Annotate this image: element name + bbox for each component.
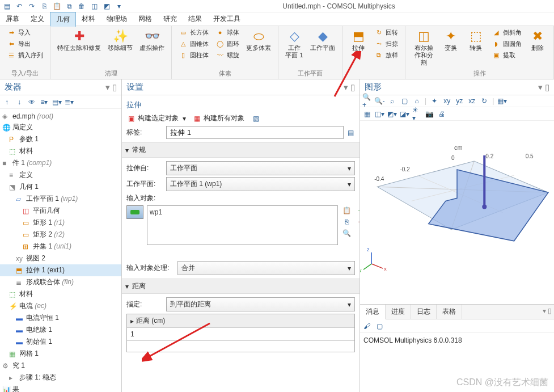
tree-node[interactable]: ▬电流守恒 1 (0, 312, 121, 324)
tab-screen[interactable]: 屏幕 (0, 12, 25, 26)
tree-node[interactable]: xy视图 2 (0, 252, 121, 264)
insert-seq-button[interactable]: ☰插入序列 (5, 50, 45, 60)
tb-eye-icon[interactable]: 👁 (27, 98, 36, 107)
tree-node[interactable]: ▭矩形 1 (r1) (0, 217, 121, 229)
duplicate-icon[interactable]: ⧉ (65, 2, 74, 11)
cone-button[interactable]: △圆锥体 (176, 39, 211, 49)
tree-node[interactable]: ⬔几何 1 (0, 181, 121, 193)
tb-down-icon[interactable]: ↓ (15, 98, 24, 107)
tab-table[interactable]: 表格 (437, 305, 462, 319)
more-icon[interactable]: ▾ (115, 2, 124, 11)
extrude-button[interactable]: ⬒拉伸 (347, 27, 370, 53)
tree-node[interactable]: ⚙究 1 (0, 360, 121, 372)
list-item[interactable]: wp1 (150, 208, 162, 216)
settings-dropdown-icon[interactable]: ▾ ▯ (344, 82, 355, 92)
tb-col-icon[interactable]: ▤▾ (52, 98, 61, 107)
tree-node[interactable]: 📊果 (0, 383, 121, 392)
camera-icon[interactable]: 📷 (425, 109, 434, 119)
tb-up-icon[interactable]: ↑ (2, 98, 11, 107)
graphics-canvas[interactable]: cm -0.4 -0.2 0 0.2 0.5 x (360, 121, 554, 304)
empty-cell[interactable] (127, 340, 354, 352)
virtual-op-button[interactable]: 👓虚拟操作 (137, 27, 167, 53)
defeature-button[interactable]: ✚特征去除和修复 (55, 27, 103, 53)
add-icon[interactable]: + (356, 206, 360, 215)
build-selected-icon[interactable]: ▣ (126, 114, 136, 123)
tree-node[interactable]: ⬚材料 (0, 288, 121, 300)
from-select[interactable]: 工作平面▾ (166, 161, 355, 175)
undo-icon[interactable]: ↶ (15, 2, 24, 11)
grid-icon[interactable]: ▦ (362, 109, 371, 119)
hide-icon[interactable]: ◪▾ (400, 109, 409, 119)
convert-button[interactable]: ⬚转换 (464, 27, 487, 53)
sweep-button[interactable]: ⤳扫掠 (372, 39, 400, 49)
remove-detail-button[interactable]: ✨移除细节 (105, 27, 135, 53)
tree-node[interactable]: ⬚材料 (0, 145, 121, 157)
panel-dropdown-icon[interactable]: ▾ ▯ (105, 82, 117, 92)
zoom-icon[interactable]: 🔍 (342, 229, 351, 238)
build-selected-button[interactable]: 构建选定对象 (138, 113, 179, 123)
tab-mesh[interactable]: 网格 (133, 12, 158, 26)
tree-node[interactable]: ◈ed.mph (root) (0, 111, 121, 121)
zoom-in-icon[interactable]: 🔍+ (362, 96, 371, 106)
zoom-box-icon[interactable]: ▢ (400, 96, 409, 106)
label-input[interactable] (166, 126, 344, 139)
tab-results[interactable]: 结果 (183, 12, 208, 26)
paste-icon[interactable]: 📋 (52, 2, 61, 11)
model-tree[interactable]: ◈ed.mph (root)🌐局定义P参数 1⬚材料■件 1 (comp1)≡定… (0, 109, 121, 392)
more-solids-button[interactable]: ⬭更多体素 (244, 27, 273, 53)
tree-node[interactable]: ▭矩形 2 (r2) (0, 229, 121, 241)
zoom-out-icon[interactable]: 🔍- (375, 96, 384, 106)
active-toggle[interactable] (126, 205, 143, 219)
msg-dropdown-icon[interactable]: ▾ ▯ (540, 305, 554, 319)
brush-icon[interactable]: 🖌 (362, 322, 371, 331)
window-icon[interactable]: ▢ (375, 322, 384, 331)
home-icon[interactable]: ⌂ (412, 96, 421, 106)
cuboid-button[interactable]: ▭长方体 (176, 27, 211, 37)
workplane1-button[interactable]: ◇工作 平面 1 (283, 27, 306, 60)
tree-node[interactable]: ◫平面几何 (0, 205, 121, 217)
zoom-ext-icon[interactable]: ⌕ (387, 96, 396, 106)
win-icon[interactable]: ◫▾ (375, 109, 384, 119)
tree-node[interactable]: P参数 1 (0, 133, 121, 145)
import-button[interactable]: ➡导入 (5, 27, 45, 37)
copy-icon[interactable]: ⎘ (40, 2, 49, 11)
xy-icon[interactable]: xy (442, 96, 451, 106)
tab-messages[interactable]: 消息 (360, 305, 386, 319)
revolve-button[interactable]: ↻回转 (372, 27, 400, 37)
tree-node[interactable]: ■件 1 (comp1) (0, 157, 121, 169)
transform-button[interactable]: ✦变换 (439, 27, 462, 53)
delete-button[interactable]: ✖删除 (526, 27, 549, 53)
xz-icon[interactable]: xz (467, 96, 476, 106)
copy-icon[interactable]: ⎘ (342, 217, 351, 226)
yz-icon[interactable]: yz (455, 96, 464, 106)
tb-list-icon[interactable]: ≡▾ (40, 98, 49, 107)
tab-material[interactable]: 材料 (76, 12, 101, 26)
chamfer-button[interactable]: ◢倒斜角 (489, 27, 524, 37)
sel-icon[interactable]: ◩▾ (387, 109, 396, 119)
shade-icon[interactable]: ▦▾ (497, 96, 506, 106)
section-general[interactable]: ▾ 常规 (122, 142, 360, 158)
axis-icon[interactable]: ✦ (430, 96, 439, 106)
tab-physics[interactable]: 物理场 (101, 12, 133, 26)
label-extra-icon[interactable]: ▤ (346, 128, 355, 137)
paste-icon[interactable]: 📋 (342, 206, 351, 215)
extract-button[interactable]: ▣提取 (489, 50, 524, 60)
handle-select[interactable]: 合并▾ (177, 261, 355, 275)
redo-icon[interactable]: ↷ (27, 2, 36, 11)
boolean-button[interactable]: ◫布尔操作和分割 (410, 27, 437, 68)
tree-node[interactable]: ≡定义 (0, 169, 121, 181)
tab-study[interactable]: 研究 (158, 12, 183, 26)
tree-node[interactable]: ≣形成联合体 (fin) (0, 276, 121, 288)
tab-progress[interactable]: 进度 (386, 305, 411, 319)
tree-node[interactable]: ⊞并集 1 (uni1) (0, 241, 121, 252)
tab-log[interactable]: 日志 (411, 305, 437, 319)
workplane-button[interactable]: ◆工作平面 (308, 27, 337, 53)
tab-devtools[interactable]: 开发工具 (208, 12, 246, 26)
tree-node[interactable]: ▸步骤 1: 稳态 (0, 372, 121, 383)
tree-node[interactable]: ⚡电流 (ec) (0, 300, 121, 312)
tab-define[interactable]: 定义 (25, 12, 50, 26)
help-icon[interactable]: ◩ (102, 2, 111, 11)
tree-node[interactable]: ▦网格 1 (0, 348, 121, 360)
loft-button[interactable]: ⧉放样 (372, 50, 400, 60)
tab-geometry[interactable]: 几何 (50, 12, 76, 27)
